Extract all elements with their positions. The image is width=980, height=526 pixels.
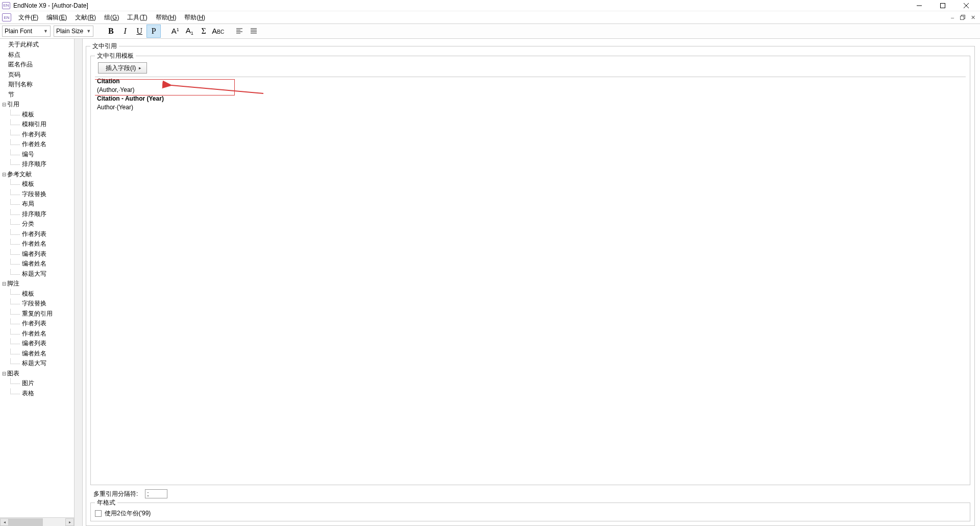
window-maximize-button[interactable]: [931, 0, 954, 11]
tree-item[interactable]: 标点: [0, 50, 74, 60]
tree-item-label: 布局: [22, 200, 34, 208]
tree-item-label: 重复的引用: [22, 309, 53, 318]
sidebar-hscrollbar[interactable]: ◂ ▸: [0, 517, 74, 526]
menu-refs[interactable]: 文献(R): [71, 12, 100, 23]
separator-input[interactable]: [145, 489, 167, 498]
scroll-thumb[interactable]: [9, 518, 43, 526]
main-panel: 文中引用 文中引用模板 插入字段(I) ▸ Citation (Author,·…: [83, 39, 980, 526]
tree-item-label: 作者姓名: [22, 240, 46, 248]
size-combo-label: Plain Size: [56, 28, 83, 35]
tree-item[interactable]: ⊟引用: [0, 100, 74, 110]
tree-item[interactable]: 作者列表: [0, 319, 74, 329]
menu-tools[interactable]: 工具(T): [123, 12, 151, 23]
tree-item[interactable]: 布局: [0, 199, 74, 209]
tree-expander-icon[interactable]: ⊟: [1, 281, 7, 286]
tree-item[interactable]: 作者列表: [0, 229, 74, 240]
tree-item[interactable]: 图片: [0, 378, 74, 389]
template-editor[interactable]: Citation (Author,·Year) Citation - Autho…: [95, 77, 966, 481]
chevron-right-icon: ▸: [139, 65, 141, 70]
menu-edit[interactable]: 编辑(E): [42, 12, 71, 23]
tree-item[interactable]: 模板: [0, 110, 74, 120]
scroll-track[interactable]: [9, 518, 65, 526]
tree-item-label: 页码: [8, 70, 20, 79]
tree-item[interactable]: 作者姓名: [0, 139, 74, 150]
size-combo[interactable]: Plain Size ▼: [54, 26, 93, 37]
tree-item[interactable]: 作者姓名: [0, 239, 74, 249]
tree-item-label: 排序顺序: [22, 210, 46, 219]
subscript-button[interactable]: A1: [182, 25, 197, 38]
tree-expander-icon[interactable]: ⊟: [1, 102, 7, 107]
menu-group[interactable]: 组(G): [100, 12, 123, 23]
tree-item[interactable]: 模板: [0, 179, 74, 189]
tree-item[interactable]: 编者列表: [0, 339, 74, 349]
window-close-button[interactable]: [954, 0, 978, 11]
tree-item[interactable]: 作者列表: [0, 130, 74, 140]
tree-item-label: 模板: [22, 180, 34, 188]
tree-item[interactable]: 字段替换: [0, 189, 74, 200]
tree-item[interactable]: 排序顺序: [0, 209, 74, 220]
tree-item[interactable]: 模糊引用: [0, 119, 74, 130]
tree-item[interactable]: 匿名作品: [0, 60, 74, 70]
tree-item[interactable]: 编者姓名: [0, 259, 74, 269]
tree-item[interactable]: 编者列表: [0, 249, 74, 259]
tree-item[interactable]: ⊟脚注: [0, 279, 74, 289]
window-minimize-button[interactable]: [908, 0, 931, 11]
menu-help[interactable]: 帮助(H): [152, 12, 181, 23]
bold-button[interactable]: B: [104, 25, 118, 38]
tree-expander-icon[interactable]: ⊟: [1, 371, 7, 376]
tree-item[interactable]: 排序顺序: [0, 159, 74, 170]
align-justify-button[interactable]: [247, 25, 261, 38]
tree-item[interactable]: 字段替换: [0, 299, 74, 309]
mdi-controls: – ✕: [948, 13, 979, 21]
align-left-button[interactable]: [232, 25, 247, 38]
tree-item-label: 作者列表: [22, 319, 46, 328]
app-icon: EN: [2, 2, 10, 9]
tree-item-label: 作者姓名: [22, 329, 46, 338]
superscript-button[interactable]: A1: [168, 25, 182, 38]
tree-item[interactable]: 重复的引用: [0, 309, 74, 319]
tree-item-label: 编者列表: [22, 250, 46, 258]
mdi-close-button[interactable]: ✕: [969, 13, 977, 21]
citation-body-2[interactable]: Author·(Year): [95, 103, 966, 112]
citation-body-1[interactable]: (Author,·Year): [95, 86, 966, 94]
tree-item-label: 字段替换: [22, 190, 46, 199]
menu-help2[interactable]: 帮助(H): [180, 12, 209, 23]
tree-item[interactable]: 页码: [0, 70, 74, 80]
tree-item[interactable]: ⊟参考文献: [0, 170, 74, 180]
smallcaps-button[interactable]: ABC: [211, 25, 225, 38]
two-digit-year-checkbox[interactable]: [95, 510, 102, 517]
chevron-down-icon: ▼: [43, 29, 48, 34]
scroll-left-button[interactable]: ◂: [0, 518, 9, 526]
format-toolbar: Plain Font ▼ Plain Size ▼ B I U P A1 A1 …: [0, 23, 980, 39]
tree-item-label: 图片: [22, 379, 34, 388]
tree-item[interactable]: 关于此样式: [0, 40, 74, 50]
tree-item[interactable]: 节: [0, 90, 74, 100]
tree-item[interactable]: 作者姓名: [0, 329, 74, 339]
tree-item[interactable]: 模板: [0, 289, 74, 299]
tree-item[interactable]: 期刊名称: [0, 80, 74, 90]
symbol-button[interactable]: Σ: [197, 25, 211, 38]
tree-item[interactable]: 分类: [0, 219, 74, 229]
italic-button[interactable]: I: [118, 25, 132, 38]
mdi-restore-button[interactable]: [959, 13, 967, 21]
tree-expander-icon[interactable]: ⊟: [1, 172, 7, 177]
menu-bar: EN 文件(F) 编辑(E) 文献(R) 组(G) 工具(T) 帮助(H) 帮助…: [0, 11, 980, 23]
scroll-right-button[interactable]: ▸: [65, 518, 74, 526]
plain-button[interactable]: P: [146, 25, 161, 38]
mdi-minimize-button[interactable]: –: [948, 13, 957, 21]
font-combo[interactable]: Plain Font ▼: [2, 26, 51, 37]
insert-field-button[interactable]: 插入字段(I) ▸: [98, 62, 147, 74]
style-tree[interactable]: 关于此样式标点匿名作品页码期刊名称节⊟引用模板模糊引用作者列表作者姓名编号排序顺…: [0, 39, 74, 517]
tree-item[interactable]: 表格: [0, 389, 74, 399]
tree-item[interactable]: 标题大写: [0, 358, 74, 369]
tree-item-label: 分类: [22, 220, 34, 228]
tree-item[interactable]: 编号: [0, 150, 74, 160]
underline-button[interactable]: U: [132, 25, 146, 38]
tree-item[interactable]: ⊟图表: [0, 369, 74, 379]
tree-item-label: 模板: [22, 290, 34, 298]
menu-file[interactable]: 文件(F): [14, 12, 42, 23]
tree-item[interactable]: 标题大写: [0, 269, 74, 279]
tree-item[interactable]: 编者姓名: [0, 349, 74, 359]
tree-item-label: 模糊引用: [22, 120, 46, 129]
splitter[interactable]: [75, 39, 83, 526]
